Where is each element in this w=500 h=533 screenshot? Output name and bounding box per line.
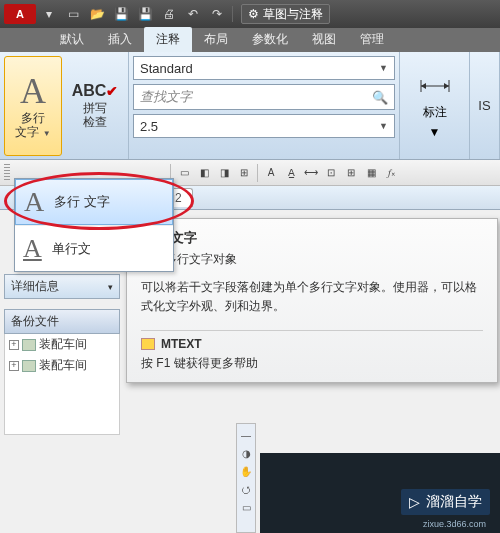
tab-default[interactable]: 默认 xyxy=(48,27,96,52)
plot-icon[interactable]: 🖨 xyxy=(158,4,180,24)
undo-icon[interactable]: ↶ xyxy=(182,4,204,24)
dropdown-item-mtext[interactable]: A 多行 文字 xyxy=(15,179,173,225)
dropdown-item-dtext[interactable]: A 单行文 xyxy=(15,225,173,271)
iso-label: IS xyxy=(478,98,490,113)
tb-btn-6[interactable]: A̲ xyxy=(282,164,300,182)
ribbon-tabs: 默认 插入 注释 布局 参数化 视图 管理 xyxy=(0,28,500,52)
chevron-down-icon: ▼ xyxy=(429,125,441,139)
tooltip-divider xyxy=(141,330,483,331)
tooltip-popup: 多行 文字 创建多行文字对象 可以将若干文字段落创建为单个多行文字对象。使用器，… xyxy=(126,218,498,383)
watermark: ▷ 溜溜自学 xyxy=(401,489,490,515)
details-title-text: 详细信息 xyxy=(11,278,59,295)
tooltip-title: 多行 文字 xyxy=(141,229,483,247)
letter-a-underline-icon: A xyxy=(23,234,42,264)
dim-label: 标注 xyxy=(423,104,447,121)
redo-icon[interactable]: ↷ xyxy=(206,4,228,24)
tab-insert[interactable]: 插入 xyxy=(96,27,144,52)
panel-dimension: 标注 ▼ xyxy=(400,52,470,159)
qat-divider xyxy=(232,6,233,22)
save-icon[interactable]: 💾 xyxy=(110,4,132,24)
tab-manage[interactable]: 管理 xyxy=(348,27,396,52)
text-style-combo[interactable]: Standard ▼ xyxy=(133,56,395,80)
tooltip-subtitle: 创建多行文字对象 xyxy=(141,251,483,268)
tb-btn-9[interactable]: ⊞ xyxy=(342,164,360,182)
nav-btn-3[interactable]: ✋ xyxy=(239,464,253,478)
app-logo[interactable]: A xyxy=(4,4,36,24)
spell-label: 拼写 检查 xyxy=(83,101,107,130)
tooltip-description: 可以将若干文字段落创建为单个多行文字对象。使用器，可以格式化文字外观、列和边界。 xyxy=(141,278,483,316)
svg-marker-3 xyxy=(421,83,426,89)
workspace-switcher[interactable]: ⚙ 草图与注释 xyxy=(241,4,330,24)
chevron-down-icon: ▼ xyxy=(43,129,51,138)
mtext-dropdown: A 多行 文字 A 单行文 xyxy=(14,178,174,272)
abc-icon: ABC✔ xyxy=(72,83,119,99)
saveas-icon[interactable]: 💾 xyxy=(134,4,156,24)
spellcheck-button[interactable]: ABC✔ 拼写 检查 xyxy=(66,56,124,156)
ribbon: A 多行 文字 ▼ ABC✔ 拼写 检查 Standard ▼ 查找 xyxy=(0,52,500,160)
workspace-label: 草图与注释 xyxy=(263,6,323,23)
watermark-text: 溜溜自学 xyxy=(426,493,482,511)
tb-btn-2[interactable]: ◧ xyxy=(195,164,213,182)
tb-btn-5[interactable]: A xyxy=(262,164,280,182)
svg-marker-4 xyxy=(444,83,449,89)
tb-btn-4[interactable]: ⊞ xyxy=(235,164,253,182)
search-abc-icon: 🔍 xyxy=(372,90,388,105)
tb-btn-8[interactable]: ⊡ xyxy=(322,164,340,182)
tooltip-f1-hint: 按 F1 键获得更多帮助 xyxy=(141,355,483,372)
play-icon: ▷ xyxy=(409,494,420,510)
nav-btn-5[interactable]: ▭ xyxy=(239,500,253,514)
text-style-value: Standard xyxy=(140,61,193,76)
command-icon xyxy=(141,338,155,350)
gear-icon: ⚙ xyxy=(248,7,259,21)
open-icon[interactable]: 📂 xyxy=(86,4,108,24)
toolbar-separator xyxy=(257,164,258,182)
details-pane: 详细信息 ▾ xyxy=(4,274,120,529)
text-height-combo[interactable]: 2.5 ▼ xyxy=(133,114,395,138)
tb-btn-11[interactable]: 𝑓ₓ xyxy=(382,164,400,182)
chevron-down-icon: ▼ xyxy=(379,121,388,131)
tab-layout[interactable]: 布局 xyxy=(192,27,240,52)
nav-tool-strip: — ◑ ✋ ⭯ ▭ xyxy=(236,423,256,533)
panel-iso: IS xyxy=(470,52,500,159)
nav-btn-2[interactable]: ◑ xyxy=(239,446,253,460)
tb-btn-7[interactable]: ⟷ xyxy=(302,164,320,182)
command-name: MTEXT xyxy=(161,337,202,351)
letter-a-icon: A xyxy=(20,73,46,109)
letter-a-icon: A xyxy=(24,186,44,218)
tb-btn-1[interactable]: ▭ xyxy=(175,164,193,182)
find-placeholder: 查找文字 xyxy=(140,88,192,106)
tab-view[interactable]: 视图 xyxy=(300,27,348,52)
chevron-down-icon: ▼ xyxy=(379,63,388,73)
chevron-down-icon: ▾ xyxy=(108,282,113,292)
tooltip-command: MTEXT xyxy=(141,337,483,351)
mtext-label: 多行 文字 ▼ xyxy=(15,111,50,140)
tab-parametric[interactable]: 参数化 xyxy=(240,27,300,52)
nav-btn-4[interactable]: ⭯ xyxy=(239,482,253,496)
dimension-icon[interactable] xyxy=(417,72,453,100)
tb-btn-3[interactable]: ◨ xyxy=(215,164,233,182)
dropdown-label: 单行文 xyxy=(52,240,91,258)
panel-text: A 多行 文字 ▼ ABC✔ 拼写 检查 xyxy=(0,52,129,159)
details-pane-title[interactable]: 详细信息 ▾ xyxy=(4,274,120,299)
dropdown-label: 多行 文字 xyxy=(54,193,110,211)
tb-btn-10[interactable]: ▦ xyxy=(362,164,380,182)
find-text-input[interactable]: 查找文字 🔍 xyxy=(133,84,395,110)
toolbar-grip[interactable] xyxy=(4,164,10,182)
text-height-value: 2.5 xyxy=(140,119,158,134)
watermark-sub: zixue.3d66.com xyxy=(423,519,486,529)
mtext-button[interactable]: A 多行 文字 ▼ xyxy=(4,56,62,156)
panel-textstyle: Standard ▼ 查找文字 🔍 2.5 ▼ xyxy=(129,52,400,159)
title-bar: A ▾ ▭ 📂 💾 💾 🖨 ↶ ↷ ⚙ 草图与注释 xyxy=(0,0,500,28)
tab-annotate[interactable]: 注释 xyxy=(144,27,192,52)
nav-btn-1[interactable]: — xyxy=(239,428,253,442)
qat-dropdown-icon[interactable]: ▾ xyxy=(38,4,60,24)
new-icon[interactable]: ▭ xyxy=(62,4,84,24)
